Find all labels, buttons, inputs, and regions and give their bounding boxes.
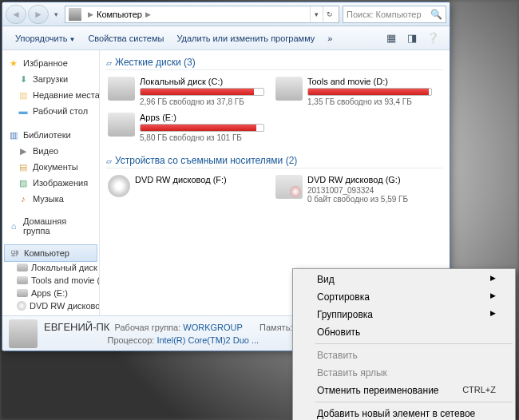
sidebar-computer[interactable]: 🖳Компьютер bbox=[4, 244, 97, 262]
drive-free-text: 0 байт свободно из 5,59 ГБ bbox=[307, 195, 432, 204]
uninstall-program-button[interactable]: Удалить или изменить программу bbox=[170, 30, 321, 46]
shortcut-label: CTRL+Z bbox=[462, 385, 496, 396]
refresh-button[interactable]: ↻ bbox=[323, 6, 335, 22]
drive-f[interactable]: DVD RW дисковод (F:) bbox=[106, 173, 266, 205]
dvd-drive-icon bbox=[275, 175, 303, 199]
drive-icon bbox=[17, 263, 28, 271]
ctx-view[interactable]: Вид▶ bbox=[295, 271, 513, 288]
submenu-arrow-icon: ▶ bbox=[490, 309, 496, 320]
section-hard-drives[interactable]: ▱Жесткие диски (3) bbox=[106, 55, 443, 70]
workgroup-value: WORKGROUP bbox=[183, 323, 242, 332]
sidebar: ★Избранное ⬇Загрузки ▥Недавние места ▬Ра… bbox=[2, 50, 100, 315]
search-placeholder: Поиск: Компьютер bbox=[347, 10, 422, 19]
ctx-group[interactable]: Группировка▶ bbox=[295, 306, 513, 323]
sidebar-item-documents[interactable]: ▤Документы bbox=[2, 159, 99, 175]
hdd-icon bbox=[108, 113, 135, 137]
breadcrumb-dropdown[interactable]: ▾ bbox=[310, 6, 323, 22]
usage-bar bbox=[140, 88, 264, 96]
images-icon: ▨ bbox=[17, 176, 30, 189]
collapse-icon: ▱ bbox=[106, 157, 112, 165]
drive-g[interactable]: DVD RW дисковод (G:) 20131007_093324 0 б… bbox=[274, 173, 434, 205]
ctx-refresh[interactable]: Обновить bbox=[295, 323, 513, 341]
cpu-label: Процессор: bbox=[107, 335, 154, 345]
sidebar-item-video[interactable]: ▶Видео bbox=[2, 143, 99, 159]
ctx-add-network-location[interactable]: Добавить новый элемент в сетевое окружен… bbox=[295, 405, 513, 420]
sidebar-homegroup[interactable]: ⌂Домашняя группа bbox=[2, 215, 99, 237]
ctx-undo-rename[interactable]: Отменить переименованиеCTRL+Z bbox=[295, 382, 513, 399]
search-input[interactable]: Поиск: Компьютер 🔍 bbox=[343, 6, 446, 23]
computer-icon bbox=[9, 319, 38, 348]
computer-name: ЕВГЕНИЙ-ПК bbox=[44, 321, 109, 333]
drive-label: Локальный диск (C:) bbox=[140, 77, 264, 86]
breadcrumb-item[interactable]: Компьютер bbox=[97, 10, 142, 19]
hdd-icon bbox=[108, 77, 135, 101]
sidebar-libraries[interactable]: ▥Библиотеки bbox=[2, 127, 99, 143]
ctx-paste: Вставить bbox=[295, 347, 513, 364]
drive-icon bbox=[17, 276, 28, 284]
dvd-drive-icon bbox=[108, 175, 130, 197]
sidebar-item-music[interactable]: ♪Музыка bbox=[2, 191, 99, 207]
computer-icon bbox=[69, 8, 81, 21]
sidebar-item-drive-g[interactable]: DVD RW дисковод ( bbox=[2, 299, 99, 312]
drive-sublabel: 20131007_093324 bbox=[307, 186, 432, 195]
nav-forward-button[interactable]: ► bbox=[28, 5, 49, 24]
hdd-icon bbox=[275, 77, 303, 101]
system-properties-button[interactable]: Свойства системы bbox=[81, 30, 170, 46]
usage-bar bbox=[140, 124, 264, 132]
drive-e[interactable]: Apps (E:) 5,80 ГБ свободно из 101 ГБ bbox=[106, 111, 266, 144]
sidebar-item-downloads[interactable]: ⬇Загрузки bbox=[2, 71, 99, 87]
music-icon: ♪ bbox=[17, 192, 30, 205]
sidebar-item-drive-d[interactable]: Tools and movie (D:) bbox=[2, 274, 99, 287]
star-icon: ★ bbox=[7, 57, 20, 69]
breadcrumb-separator: ▶ bbox=[145, 10, 151, 18]
cpu-value: Intel(R) Core(TM)2 Duo ... bbox=[156, 335, 259, 345]
preview-pane-button[interactable]: ◨ bbox=[403, 30, 421, 47]
breadcrumb[interactable]: ▶ Компьютер ▶ ▾ ↻ bbox=[65, 6, 339, 23]
folder-icon: ▥ bbox=[17, 89, 30, 101]
toolbar: Упорядочить▼ Свойства системы Удалить ил… bbox=[2, 26, 450, 50]
video-icon: ▶ bbox=[17, 145, 30, 157]
drive-label: Apps (E:) bbox=[140, 113, 264, 122]
submenu-arrow-icon: ▶ bbox=[490, 291, 496, 303]
downloads-icon: ⬇ bbox=[17, 73, 30, 85]
workgroup-label: Рабочая группа: bbox=[115, 323, 181, 332]
view-mode-button[interactable]: ▦ bbox=[382, 30, 400, 47]
drive-d[interactable]: Tools and movie (D:) 1,35 ГБ свободно из… bbox=[274, 75, 434, 108]
titlebar: ◄ ► ▾ ▶ Компьютер ▶ ▾ ↻ Поиск: Компьютер… bbox=[2, 2, 450, 26]
ctx-sort[interactable]: Сортировка▶ bbox=[295, 288, 513, 306]
drive-free-text: 2,96 ГБ свободно из 37,8 ГБ bbox=[140, 97, 264, 106]
drive-label: DVD RW дисковод (F:) bbox=[135, 175, 264, 184]
desktop-icon: ▬ bbox=[17, 105, 30, 117]
memory-label: Память: bbox=[260, 323, 292, 332]
libraries-icon: ▥ bbox=[7, 129, 20, 141]
separator bbox=[315, 402, 513, 402]
submenu-arrow-icon: ▶ bbox=[490, 274, 496, 285]
drive-icon bbox=[17, 289, 28, 297]
documents-icon: ▤ bbox=[17, 160, 30, 173]
drive-c[interactable]: Локальный диск (C:) 2,96 ГБ свободно из … bbox=[106, 75, 266, 108]
homegroup-icon: ⌂ bbox=[7, 220, 20, 232]
dvd-icon bbox=[17, 301, 26, 311]
sidebar-item-desktop[interactable]: ▬Рабочий стол bbox=[2, 103, 99, 119]
nav-back-button[interactable]: ◄ bbox=[6, 5, 26, 24]
drive-free-text: 5,80 ГБ свободно из 101 ГБ bbox=[140, 133, 264, 142]
section-removable[interactable]: ▱Устройства со съемными носителями (2) bbox=[106, 153, 443, 168]
drive-label: DVD RW дисковод (G:) bbox=[307, 175, 432, 184]
sidebar-favorites[interactable]: ★Избранное bbox=[2, 55, 99, 71]
sidebar-item-images[interactable]: ▨Изображения bbox=[2, 175, 99, 191]
toolbar-overflow[interactable]: » bbox=[321, 30, 339, 46]
sidebar-item-recent[interactable]: ▥Недавние места bbox=[2, 87, 99, 103]
breadcrumb-separator: ▶ bbox=[88, 10, 93, 18]
drive-label: Tools and movie (D:) bbox=[307, 77, 432, 86]
nav-history-dropdown[interactable]: ▾ bbox=[50, 10, 61, 18]
search-icon: 🔍 bbox=[430, 9, 442, 20]
organize-menu[interactable]: Упорядочить▼ bbox=[9, 30, 81, 46]
computer-icon: 🖳 bbox=[8, 247, 21, 260]
drive-free-text: 1,35 ГБ свободно из 93,4 ГБ bbox=[307, 97, 432, 106]
sidebar-item-drive-c[interactable]: Локальный диск (C:) bbox=[2, 261, 99, 274]
sidebar-item-drive-e[interactable]: Apps (E:) bbox=[2, 287, 99, 299]
usage-bar bbox=[307, 88, 432, 96]
context-menu: Вид▶ Сортировка▶ Группировка▶ Обновить В… bbox=[292, 268, 516, 420]
help-button[interactable]: ❔ bbox=[424, 30, 442, 47]
ctx-paste-shortcut: Вставить ярлык bbox=[295, 364, 513, 382]
